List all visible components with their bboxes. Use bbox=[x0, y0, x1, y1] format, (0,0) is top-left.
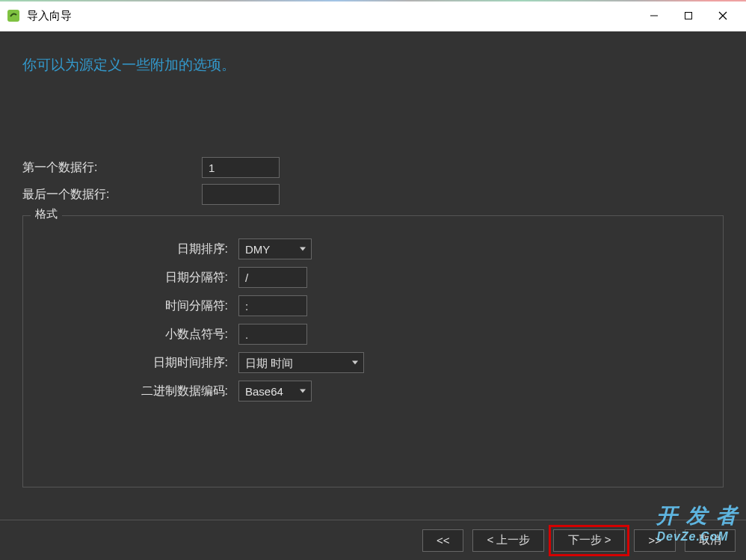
date-order-select[interactable]: DMY bbox=[238, 239, 312, 259]
first-data-row-input[interactable] bbox=[202, 157, 280, 178]
cancel-button[interactable]: 取消 bbox=[685, 529, 736, 552]
footer-bar: << < 上一步 下一步 > >> 取消 bbox=[0, 520, 746, 560]
svg-rect-2 bbox=[685, 13, 692, 19]
titlebar: 导入向导 bbox=[0, 0, 746, 31]
time-sep-input[interactable] bbox=[238, 295, 307, 316]
datetime-order-select[interactable]: 日期 时间 bbox=[238, 352, 364, 373]
first-data-row-label: 第一个数据行: bbox=[22, 160, 202, 176]
binary-encoding-label: 二进制数据编码: bbox=[38, 384, 238, 399]
time-sep-label: 时间分隔符: bbox=[38, 298, 238, 314]
first-page-button[interactable]: << bbox=[422, 529, 464, 552]
format-legend: 格式 bbox=[31, 207, 62, 221]
minimize-button[interactable] bbox=[637, 0, 671, 31]
app-icon bbox=[6, 8, 21, 23]
datetime-order-label: 日期时间排序: bbox=[38, 355, 238, 371]
decimal-label: 小数点符号: bbox=[38, 327, 238, 342]
decimal-input[interactable] bbox=[238, 324, 307, 345]
last-data-row-label: 最后一个数据行: bbox=[22, 187, 202, 203]
close-button[interactable] bbox=[706, 0, 740, 31]
window-title: 导入向导 bbox=[27, 9, 637, 23]
prev-button[interactable]: < 上一步 bbox=[472, 529, 544, 552]
last-page-button[interactable]: >> bbox=[634, 529, 676, 552]
format-fieldset: 格式 日期排序: DMY 日期分隔符: 时间分隔符: 小数点符号: 日期时间排序… bbox=[22, 215, 724, 487]
date-sep-input[interactable] bbox=[238, 267, 307, 288]
maximize-button[interactable] bbox=[671, 0, 706, 31]
last-data-row-input[interactable] bbox=[202, 184, 280, 205]
page-subtitle: 你可以为源定义一些附加的选项。 bbox=[22, 55, 724, 75]
date-sep-label: 日期分隔符: bbox=[38, 270, 238, 286]
binary-encoding-select[interactable]: Base64 bbox=[238, 381, 312, 401]
svg-rect-0 bbox=[7, 10, 19, 22]
next-button[interactable]: 下一步 > bbox=[553, 529, 625, 552]
date-order-label: 日期排序: bbox=[38, 241, 238, 257]
